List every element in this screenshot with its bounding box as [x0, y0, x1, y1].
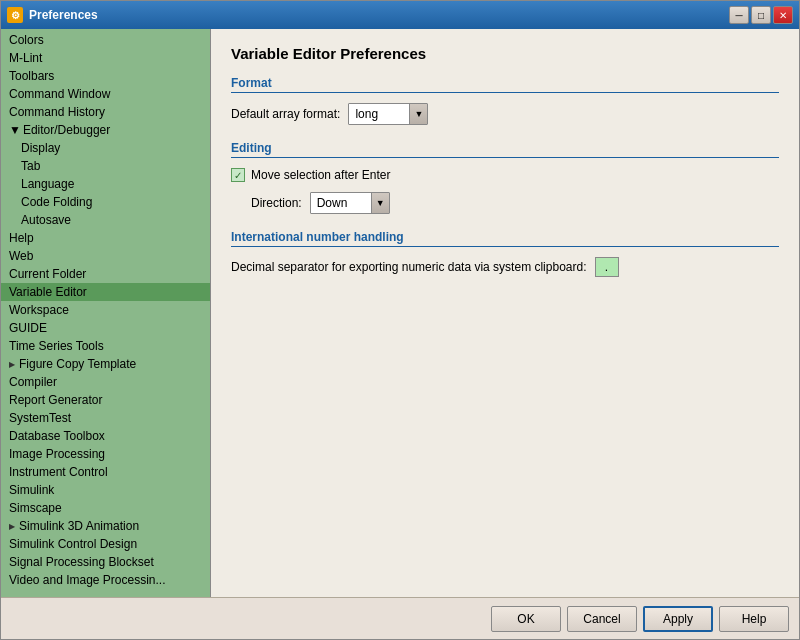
sidebar-item-video-image[interactable]: Video and Image Processin...	[1, 571, 210, 589]
sidebar-item-guide[interactable]: GUIDE	[1, 319, 210, 337]
direction-row: Direction: Down ▼	[231, 192, 779, 214]
sidebar-item-mlint[interactable]: M-Lint	[1, 49, 210, 67]
array-format-row: Default array format: long ▼	[231, 103, 779, 125]
direction-dropdown[interactable]: Down ▼	[310, 192, 390, 214]
apply-button[interactable]: Apply	[643, 606, 713, 632]
sidebar-item-simulink[interactable]: Simulink	[1, 481, 210, 499]
preferences-window: ⚙ Preferences ─ □ ✕ ColorsM-LintToolbars…	[0, 0, 800, 640]
content-area: Variable Editor Preferences Format Defau…	[211, 29, 799, 597]
sidebar-item-autosave[interactable]: Autosave	[1, 211, 210, 229]
sidebar-item-workspace[interactable]: Workspace	[1, 301, 210, 319]
titlebar-buttons: ─ □ ✕	[729, 6, 793, 24]
ok-button[interactable]: OK	[491, 606, 561, 632]
page-title: Variable Editor Preferences	[231, 45, 779, 62]
array-format-value: long	[349, 107, 409, 121]
sidebar-item-tab[interactable]: Tab	[1, 157, 210, 175]
sidebar-item-language[interactable]: Language	[1, 175, 210, 193]
move-selection-row: Move selection after Enter	[231, 168, 779, 182]
sidebar-item-simulink-control[interactable]: Simulink Control Design	[1, 535, 210, 553]
decimal-separator-row: Decimal separator for exporting numeric …	[231, 257, 779, 277]
move-selection-checkbox[interactable]	[231, 168, 245, 182]
minimize-button[interactable]: ─	[729, 6, 749, 24]
sidebar-item-code-folding[interactable]: Code Folding	[1, 193, 210, 211]
sidebar-item-report-generator[interactable]: Report Generator	[1, 391, 210, 409]
direction-value: Down	[311, 196, 371, 210]
app-icon: ⚙	[7, 7, 23, 23]
sidebar-item-editor-debugger[interactable]: Editor/Debugger	[1, 121, 210, 139]
intl-section: International number handling Decimal se…	[231, 230, 779, 277]
sidebar-item-instrument-control[interactable]: Instrument Control	[1, 463, 210, 481]
direction-label: Direction:	[251, 196, 302, 210]
sidebar-item-signal-processing[interactable]: Signal Processing Blockset	[1, 553, 210, 571]
array-format-label: Default array format:	[231, 107, 340, 121]
editing-section: Editing Move selection after Enter Direc…	[231, 141, 779, 214]
sidebar-item-database-toolbox[interactable]: Database Toolbox	[1, 427, 210, 445]
sidebar-item-command-history[interactable]: Command History	[1, 103, 210, 121]
move-selection-label: Move selection after Enter	[251, 168, 390, 182]
sidebar-item-command-window[interactable]: Command Window	[1, 85, 210, 103]
sidebar-item-variable-editor[interactable]: Variable Editor	[1, 283, 210, 301]
array-format-dropdown[interactable]: long ▼	[348, 103, 428, 125]
sidebar-item-simulink-3d[interactable]: Simulink 3D Animation	[1, 517, 210, 535]
sidebar-item-compiler[interactable]: Compiler	[1, 373, 210, 391]
sidebar-item-simscape[interactable]: Simscape	[1, 499, 210, 517]
cancel-button[interactable]: Cancel	[567, 606, 637, 632]
decimal-separator-input[interactable]	[595, 257, 619, 277]
sidebar-item-help[interactable]: Help	[1, 229, 210, 247]
sidebar-item-systemtest[interactable]: SystemTest	[1, 409, 210, 427]
sidebar-item-image-processing[interactable]: Image Processing	[1, 445, 210, 463]
sidebar-item-colors[interactable]: Colors	[1, 31, 210, 49]
close-button[interactable]: ✕	[773, 6, 793, 24]
sidebar-item-time-series-tools[interactable]: Time Series Tools	[1, 337, 210, 355]
maximize-button[interactable]: □	[751, 6, 771, 24]
sidebar-item-figure-copy-template[interactable]: Figure Copy Template	[1, 355, 210, 373]
footer: OK Cancel Apply Help	[1, 597, 799, 639]
titlebar: ⚙ Preferences ─ □ ✕	[1, 1, 799, 29]
window-title: Preferences	[29, 8, 98, 22]
decimal-label: Decimal separator for exporting numeric …	[231, 260, 587, 274]
format-section-header: Format	[231, 76, 779, 93]
intl-section-header: International number handling	[231, 230, 779, 247]
sidebar: ColorsM-LintToolbarsCommand WindowComman…	[1, 29, 211, 597]
titlebar-left: ⚙ Preferences	[7, 7, 98, 23]
direction-arrow[interactable]: ▼	[371, 193, 389, 213]
sidebar-item-toolbars[interactable]: Toolbars	[1, 67, 210, 85]
sidebar-item-current-folder[interactable]: Current Folder	[1, 265, 210, 283]
sidebar-item-display[interactable]: Display	[1, 139, 210, 157]
help-button[interactable]: Help	[719, 606, 789, 632]
sidebar-item-web[interactable]: Web	[1, 247, 210, 265]
main-content: ColorsM-LintToolbarsCommand WindowComman…	[1, 29, 799, 597]
editing-section-header: Editing	[231, 141, 779, 158]
array-format-arrow[interactable]: ▼	[409, 104, 427, 124]
